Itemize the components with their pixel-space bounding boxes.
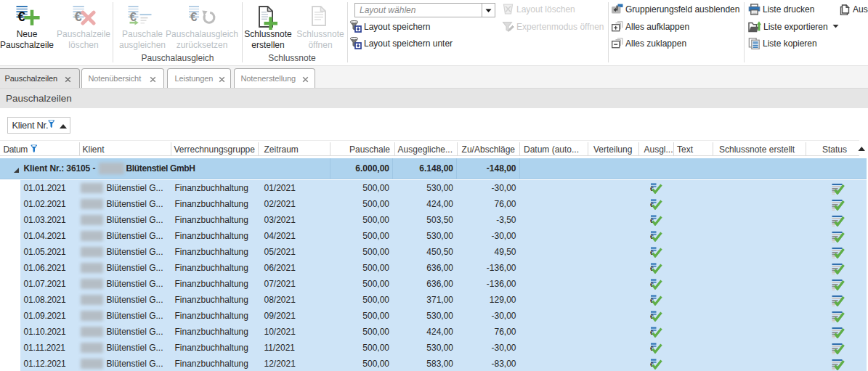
svg-text:€: € (18, 9, 25, 24)
svg-text:€: € (190, 10, 198, 24)
svg-text:€: € (75, 9, 82, 24)
